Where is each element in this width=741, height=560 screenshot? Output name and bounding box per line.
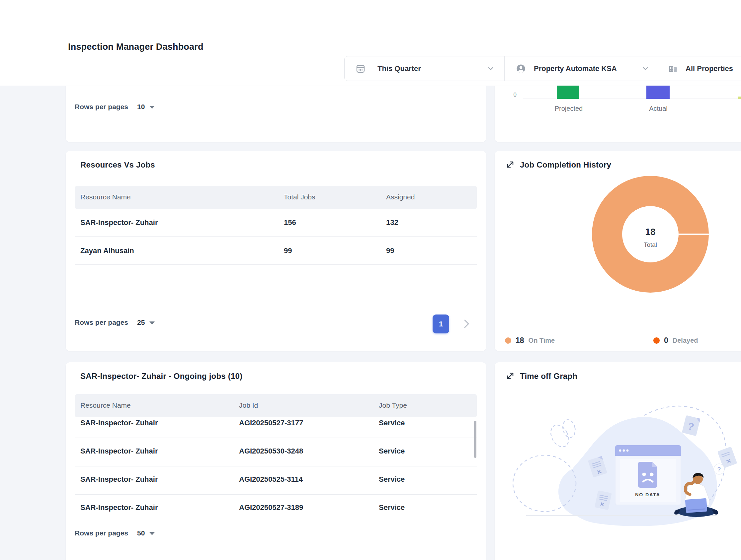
page-title: Inspection Manager Dashboard [68,42,204,52]
property-filter-dropdown[interactable]: All Properties [656,56,741,81]
cell-job-type: Service [379,447,405,456]
building-icon [668,64,678,74]
column-header-resource-name: Resource Name [80,401,131,409]
chevron-down-icon [487,65,494,72]
ongoing-jobs-card: SAR-Inspector- Zuhair - Ongoing jobs (10… [66,362,486,560]
cell-job-id: AGI20250530-3248 [239,447,303,456]
x-axis-label-actual: Actual [633,105,683,112]
legend-label: Delayed [673,337,698,344]
rows-per-page-select[interactable]: Rows per pages 50 [75,529,155,537]
projected-vs-actual-chart-card: 0 Projected Actual [495,86,741,142]
donut-center-value: 18 [592,227,709,237]
row-separator [75,236,477,237]
bar-partial-third [738,96,741,99]
pagination-next-button[interactable] [462,317,471,330]
cell-job-id: AGI20250525-3114 [239,475,303,484]
column-header-assigned: Assigned [386,193,415,201]
expand-icon[interactable] [505,160,515,169]
completion-donut-chart: 18 Total [592,176,709,293]
cell-resource-name: SAR-Inspector- Zuhair [80,419,158,427]
column-header-resource-name: Resource Name [80,193,131,201]
legend-item-delayed: 0 Delayed [653,336,698,345]
card-title: SAR-Inspector- Zuhair - Ongoing jobs (10… [80,372,242,381]
pagination-page-1-button[interactable]: 1 [432,315,449,333]
card-title: Job Completion History [520,160,611,169]
rows-per-page-label: Rows per pages [75,529,128,537]
card-title: Resources Vs Jobs [80,160,155,169]
legend-item-on-time: 18 On Time [505,336,555,345]
no-data-text: NO DATA [635,492,660,497]
caret-down-icon [149,106,155,109]
period-filter-dropdown[interactable]: This Quarter [345,56,504,81]
rows-per-page-value: 50 [137,529,145,537]
card-title: Time off Graph [520,372,577,381]
rows-per-page-label: Rows per pages [75,103,128,111]
bar-actual [647,86,670,99]
row-separator [75,264,477,265]
chevron-down-icon [642,65,649,72]
legend-value: 0 [664,336,668,345]
cell-job-id: AGI20250527-3177 [239,419,303,427]
resources-vs-jobs-card: Resources Vs Jobs Resource Name Total Jo… [66,151,486,351]
time-off-graph-card: Time off Graph [495,362,741,560]
row-separator [75,466,477,467]
table-header-row [75,394,477,417]
cell-resource-name: Zayan Alhusain [80,246,134,255]
donut-center-label: Total [592,241,709,248]
cell-job-type: Service [379,419,405,427]
row-separator [75,494,477,495]
cell-total-jobs: 99 [284,246,292,255]
page-header: Inspection Manager Dashboard This Quarte… [0,0,741,86]
caret-down-icon [149,532,155,535]
period-filter-label: This Quarter [378,64,421,73]
rows-per-page-label: Rows per pages [75,318,128,326]
bar-projected [557,86,579,99]
cell-job-type: Service [379,503,405,512]
column-header-job-type: Job Type [379,401,407,409]
sad-document-icon [638,462,657,488]
cell-assigned: 132 [386,218,398,227]
rows-per-page-select[interactable]: Rows per pages 25 [75,318,155,326]
cell-resource-name: SAR-Inspector- Zuhair [80,218,158,227]
cell-resource-name: SAR-Inspector- Zuhair [80,447,158,456]
caret-down-icon [149,321,155,324]
cell-total-jobs: 156 [284,218,296,227]
cell-resource-name: SAR-Inspector- Zuhair [80,475,158,484]
account-filter-dropdown[interactable]: Property Automate KSA [504,56,656,81]
legend-dot-delayed [653,337,660,344]
legend-value: 18 [516,336,524,345]
expand-icon[interactable] [505,371,515,381]
question-bubble: ? [714,464,724,474]
property-filter-label: All Properties [685,64,733,73]
cell-resource-name: SAR-Inspector- Zuhair [80,503,158,512]
rows-per-page-value: 10 [137,103,145,111]
table-header-row [75,186,477,209]
y-axis-tick: 0 [508,92,517,98]
x-axis-label-projected: Projected [544,105,594,112]
column-header-total-jobs: Total Jobs [284,193,315,201]
rows-per-page-value: 25 [137,318,145,326]
legend-label: On Time [529,337,555,344]
job-completion-history-card: Job Completion History 18 Total 18 On Ti… [495,151,741,351]
column-header-job-id: Job Id [239,401,258,409]
cell-assigned: 99 [386,246,394,255]
cell-job-type: Service [379,475,405,484]
svg-text:?: ? [718,466,721,473]
paper-question-icon: ? [682,415,700,436]
dashboard-screen: Inspection Manager Dashboard This Quarte… [0,0,741,560]
jobs-preview-card: Rows per pages 10 [66,86,486,142]
account-filter-label: Property Automate KSA [534,64,617,73]
table-scrollbar[interactable] [474,421,476,458]
row-separator [75,437,477,438]
rows-per-page-select[interactable]: Rows per pages 10 [75,103,155,111]
filter-bar: This Quarter Property Automate KSA [344,56,741,81]
calendar-icon [355,64,365,74]
x-axis-line [523,98,741,99]
user-icon [516,64,526,74]
no-data-illustration: ? [495,382,741,541]
cell-job-id: AGI20250527-3189 [239,503,303,512]
legend-dot-on-time [505,337,511,344]
